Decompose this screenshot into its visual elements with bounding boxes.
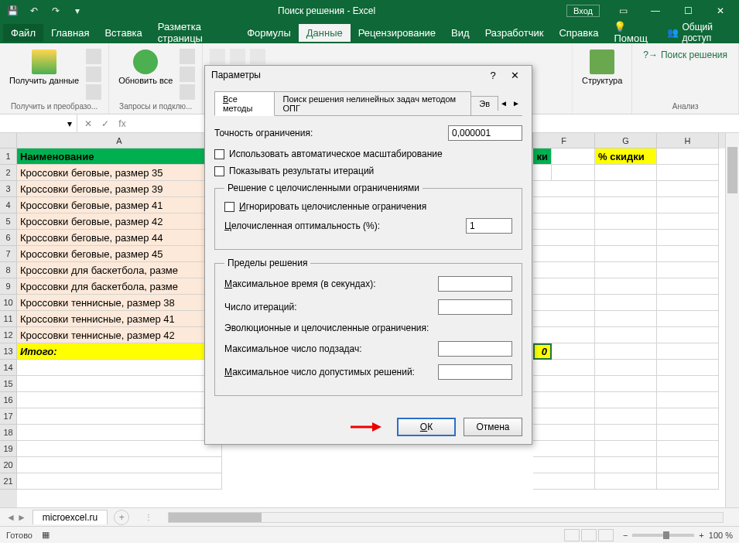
cell[interactable]: Кроссовки теннисные, размер 41 [17, 311, 222, 327]
col-header[interactable]: A [17, 133, 222, 149]
zoom-level[interactable]: 100 % [709, 531, 733, 540]
row-header[interactable]: 6 [0, 230, 17, 246]
from-table-icon[interactable] [86, 84, 101, 100]
row-header[interactable]: 17 [0, 408, 17, 425]
cell[interactable]: Кроссовки беговые, размер 42 [17, 213, 222, 230]
sort-az-icon[interactable] [210, 49, 225, 64]
row-header[interactable]: 8 [0, 262, 17, 278]
properties-icon[interactable] [180, 67, 195, 82]
from-web-icon[interactable] [86, 67, 101, 82]
tab-home[interactable]: Главная [43, 24, 97, 42]
redo-icon[interactable]: ↷ [46, 2, 65, 19]
row-header[interactable]: 11 [0, 311, 17, 327]
add-sheet-button[interactable]: + [114, 510, 129, 525]
show-iterations-checkbox[interactable]: Показывать результаты итераций [214, 166, 522, 176]
dialog-close-icon[interactable]: ✕ [504, 70, 525, 81]
tab-evolutionary[interactable]: Эв [470, 96, 498, 111]
cell-total-value[interactable]: 0 [533, 343, 552, 360]
cell[interactable]: Кроссовки для баскетбола, разме [17, 262, 222, 278]
row-header[interactable]: 4 [0, 197, 17, 213]
cell[interactable]: Кроссовки беговые, размер 35 [17, 165, 222, 181]
sort-za-icon[interactable] [230, 49, 245, 64]
row-header[interactable]: 5 [0, 213, 17, 230]
select-all-corner[interactable] [0, 133, 17, 149]
cell[interactable]: Кроссовки беговые, размер 39 [17, 181, 222, 197]
row-header[interactable]: 1 [0, 149, 17, 165]
cell[interactable]: Кроссовки теннисные, размер 38 [17, 295, 222, 311]
col-header[interactable]: G [595, 133, 657, 149]
row-header[interactable]: 21 [0, 473, 17, 490]
from-text-icon[interactable] [86, 49, 101, 64]
tab-scroll-left-icon[interactable]: ◄ [498, 97, 510, 109]
tab-scroll-right-icon[interactable]: ► [510, 97, 522, 109]
sheet-nav-prev-icon[interactable]: ◄ [6, 512, 15, 523]
enter-formula-icon[interactable]: ✓ [98, 116, 113, 131]
structure-button[interactable]: Структура [579, 48, 625, 87]
ignore-integer-checkbox[interactable]: Игнорировать целочисленные ограничения [224, 201, 512, 212]
tab-review[interactable]: Рецензирование [351, 24, 443, 42]
cell[interactable]: Кроссовки для баскетбола, разме [17, 278, 222, 295]
cell[interactable]: Кроссовки беговые, размер 44 [17, 230, 222, 246]
horizontal-scrollbar[interactable] [168, 512, 724, 523]
row-header[interactable]: 18 [0, 425, 17, 441]
tab-file[interactable]: Файл [3, 24, 43, 42]
row-header[interactable]: 12 [0, 327, 17, 343]
row-header[interactable]: 9 [0, 278, 17, 295]
zoom-out-icon[interactable]: − [623, 531, 628, 540]
cell[interactable]: % скидки [595, 149, 657, 165]
row-header[interactable]: 15 [0, 376, 17, 392]
queries-icon[interactable] [180, 49, 195, 64]
share-button[interactable]: 👥Общий доступ [661, 22, 736, 43]
row-header[interactable]: 13 [0, 343, 17, 360]
cell[interactable]: ки [533, 149, 552, 165]
tab-view[interactable]: Вид [443, 24, 477, 42]
cell-total-label[interactable]: Итого: [17, 343, 222, 360]
tab-nonlinear[interactable]: Поиск решения нелинейных задач методом О… [274, 91, 471, 115]
save-icon[interactable]: 💾 [3, 2, 22, 19]
name-box[interactable]: ▾ [0, 114, 77, 132]
row-header[interactable]: 10 [0, 295, 17, 311]
auto-scale-checkbox[interactable]: Использовать автоматическое масштабирова… [214, 149, 522, 159]
refresh-all-button[interactable]: Обновить все [115, 48, 176, 87]
sheet-tab[interactable]: microexcel.ru [33, 510, 108, 524]
sheet-nav-next-icon[interactable]: ► [17, 512, 26, 523]
fx-icon[interactable]: fx [115, 116, 130, 131]
tab-insert[interactable]: Вставка [97, 24, 149, 42]
tab-data[interactable]: Данные [299, 24, 351, 42]
minimize-icon[interactable]: — [640, 2, 671, 19]
maximize-icon[interactable]: ☐ [672, 2, 703, 19]
view-pagebreak-icon[interactable] [598, 529, 614, 541]
zoom-slider[interactable] [632, 534, 694, 537]
precision-input[interactable] [448, 125, 522, 141]
cell[interactable]: Кроссовки теннисные, размер 42 [17, 327, 222, 343]
int-opt-input[interactable] [466, 218, 512, 234]
tab-help[interactable]: Справка [551, 24, 606, 42]
cell[interactable] [595, 165, 657, 181]
solver-button[interactable]: ?→ Поиск решения [638, 48, 732, 62]
cell[interactable]: Наименование [17, 149, 222, 165]
qat-dropdown-icon[interactable]: ▾ [68, 2, 87, 19]
zoom-in-icon[interactable]: + [699, 531, 703, 540]
row-header[interactable]: 20 [0, 457, 17, 473]
view-layout-icon[interactable] [581, 529, 597, 541]
cell[interactable]: Кроссовки беговые, размер 45 [17, 246, 222, 262]
vertical-scrollbar[interactable] [725, 133, 739, 507]
get-data-button[interactable]: Получить данные [6, 48, 82, 87]
name-box-dropdown-icon[interactable]: ▾ [67, 118, 72, 129]
tab-all-methods[interactable]: Все методы [214, 91, 275, 116]
row-header[interactable]: 19 [0, 441, 17, 457]
row-header[interactable]: 3 [0, 181, 17, 197]
dialog-help-icon[interactable]: ? [482, 70, 504, 81]
undo-icon[interactable]: ↶ [25, 2, 43, 19]
tab-developer[interactable]: Разработчик [477, 24, 552, 42]
col-header[interactable]: H [657, 133, 719, 149]
edit-links-icon[interactable] [180, 84, 195, 100]
max-subtasks-input[interactable] [438, 341, 512, 357]
row-header[interactable]: 7 [0, 246, 17, 262]
row-header[interactable]: 2 [0, 165, 17, 181]
cancel-formula-icon[interactable]: ✕ [80, 116, 96, 131]
row-header[interactable]: 16 [0, 392, 17, 408]
col-header[interactable]: F [533, 133, 595, 149]
cell[interactable] [657, 149, 719, 165]
row-header[interactable]: 14 [0, 360, 17, 376]
